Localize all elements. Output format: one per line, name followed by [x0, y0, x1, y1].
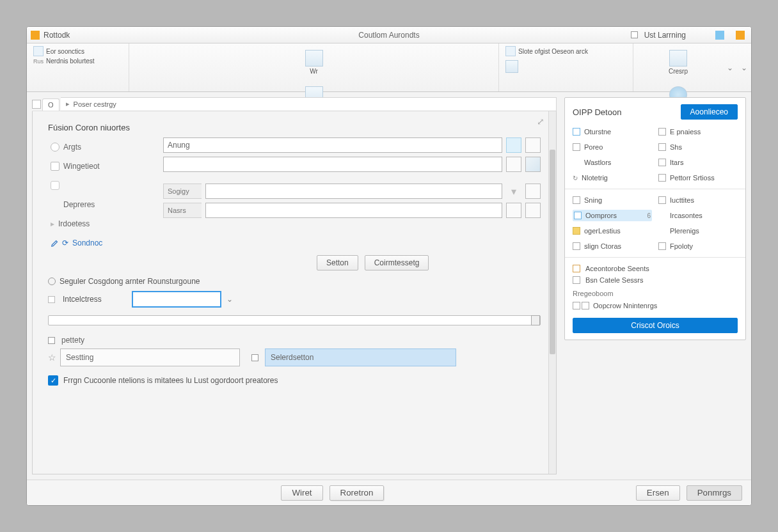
- panel-cta-button[interactable]: Criscot Oroics: [573, 318, 738, 333]
- square-icon: [658, 143, 666, 151]
- panel-item[interactable]: Oturstne: [573, 126, 652, 137]
- footer-button[interactable]: Ponmrgs: [687, 485, 742, 501]
- option-item[interactable]: Depreres: [48, 195, 163, 214]
- panel-item[interactable]: Ircasontes: [658, 210, 738, 221]
- ribbon: Eor soonctics RusNerdnis bolurtest Wr Fo…: [27, 43, 751, 92]
- pin-icon[interactable]: ⤢: [537, 116, 544, 127]
- footer-button[interactable]: Wiret: [281, 485, 322, 501]
- subsection-label: pettety: [48, 336, 541, 345]
- selected-field[interactable]: Selerdsetton: [265, 348, 456, 366]
- square-icon: [658, 159, 666, 166]
- panel-item[interactable]: Poreo: [573, 141, 652, 153]
- panel-item[interactable]: slign Ctoras: [573, 240, 652, 252]
- action-button[interactable]: Coirmtessetg: [365, 255, 429, 270]
- form-canvas: ⤢ Fúsion Coron niuortes Argts Wingetieot…: [32, 111, 557, 474]
- section-title: Fúsion Coron niuortes: [48, 123, 541, 132]
- square-icon: [51, 162, 60, 171]
- checkbox-checked-icon[interactable]: ✓: [48, 375, 58, 386]
- panel-item[interactable]: Wastlors: [573, 157, 652, 168]
- ribbon-button[interactable]: Wr: [136, 46, 492, 75]
- option-item[interactable]: Argts: [48, 137, 163, 157]
- square-icon: [658, 128, 666, 136]
- field-menu-icon[interactable]: [525, 137, 541, 153]
- field-icon[interactable]: [506, 157, 521, 172]
- panel-check-item[interactable]: Aceontorobe Seents: [573, 263, 738, 274]
- panel-item-selected[interactable]: Oomprors6: [573, 210, 652, 221]
- square-icon: [574, 212, 582, 219]
- window-control-icon[interactable]: [715, 31, 724, 40]
- name-input[interactable]: [163, 137, 502, 153]
- chevron-down-icon[interactable]: ⌄: [226, 295, 233, 304]
- panel-item[interactable]: Iucttites: [658, 194, 738, 206]
- square-icon: [658, 242, 666, 250]
- title-left: Rottodk: [44, 31, 70, 40]
- action-button[interactable]: Setton: [317, 255, 358, 270]
- progress-handle[interactable]: [531, 315, 540, 325]
- radio-icon: [48, 278, 56, 285]
- field-icon[interactable]: [525, 184, 541, 199]
- checkbox-label: Frrgn Cucoonle ntelions is mitatees lu L…: [63, 376, 278, 385]
- panel-item[interactable]: Fpoloty: [658, 240, 738, 252]
- panel-group-label: Rregeoboom: [573, 290, 738, 297]
- panel-item[interactable]: ↻Nlotetrig: [573, 172, 652, 184]
- app-icon: [31, 31, 40, 40]
- window-close-icon[interactable]: [736, 31, 745, 40]
- combo-input[interactable]: [132, 291, 221, 308]
- title-right: Ust Larrning: [644, 31, 686, 40]
- link[interactable]: ⟳ Sondnoc: [51, 239, 541, 247]
- panel-item[interactable]: Shs: [658, 141, 738, 153]
- ribbon-item[interactable]: Eor soonctics: [33, 46, 122, 56]
- field-icon[interactable]: [525, 203, 541, 218]
- square-icon: [48, 337, 55, 344]
- ribbon-button[interactable]: Cresrp: [640, 46, 717, 75]
- panel-item[interactable]: Itars: [658, 157, 738, 168]
- folder-icon: [573, 227, 580, 235]
- scrollbar-thumb[interactable]: [550, 150, 555, 354]
- check-icon: [573, 276, 580, 284]
- panel-check-item[interactable]: Bsn Catele Sessrs: [573, 274, 738, 286]
- option-item[interactable]: [48, 176, 163, 195]
- shape-icon: [51, 181, 60, 190]
- panel-item[interactable]: Oopcrow Nnintenrgs: [573, 300, 738, 311]
- edit-icon: [51, 239, 60, 247]
- panel-item[interactable]: Plerenigs: [658, 225, 738, 237]
- footer-button[interactable]: Ersen: [636, 485, 680, 501]
- field-icon[interactable]: [506, 203, 521, 218]
- panel-item[interactable]: ogerLestius: [573, 225, 652, 237]
- readonly-field[interactable]: Sestting: [60, 348, 240, 366]
- panel-item[interactable]: Sning: [573, 194, 652, 206]
- ribbon-collapse-icon[interactable]: ⌄: [723, 63, 737, 72]
- ribbon-more-icon[interactable]: ⌄: [737, 63, 751, 72]
- panel-item[interactable]: Pettorr Srtioss: [658, 172, 738, 184]
- panel-action-button[interactable]: Aoonlieceo: [681, 104, 738, 120]
- field-action-icon[interactable]: [506, 137, 521, 153]
- option-item[interactable]: Wingetieot: [48, 157, 163, 176]
- option-item[interactable]: ▸Irdoetess: [48, 214, 163, 233]
- panel-item[interactable]: E pnaiess: [658, 126, 738, 137]
- breadcrumb[interactable]: ▸Poser cestrgy: [61, 97, 557, 111]
- dropdown-icon[interactable]: ▾: [506, 184, 521, 199]
- radio-icon: [51, 143, 60, 152]
- square-icon: [658, 174, 666, 182]
- scrollbar[interactable]: [548, 111, 556, 474]
- ribbon-icon: [505, 60, 518, 73]
- group-input[interactable]: [205, 184, 502, 199]
- titlebar-check-icon: [631, 31, 638, 38]
- ribbon-item[interactable]: RusNerdnis bolurtest: [33, 58, 122, 65]
- field-icon[interactable]: [525, 157, 541, 172]
- field-label: Nasrs: [163, 203, 202, 218]
- footer-button[interactable]: Roretron: [329, 485, 385, 501]
- ribbon-small-label: Rus: [33, 58, 44, 65]
- count-badge: 6: [647, 212, 651, 219]
- app-window: Rottodk Coutlom Aurondts Ust Larrning Eo…: [26, 26, 752, 506]
- page-icon: [32, 100, 41, 109]
- group-input[interactable]: [205, 203, 502, 218]
- progress-bar[interactable]: [48, 315, 541, 325]
- star-icon: ☆: [48, 352, 56, 363]
- square-icon: [573, 196, 580, 204]
- square-icon: [658, 196, 666, 204]
- ribbon-item[interactable]: Slote ofgist Oeseon arck: [505, 46, 626, 56]
- tab[interactable]: O: [42, 98, 60, 111]
- secondary-input[interactable]: [163, 157, 502, 172]
- tab-strip: O ▸Poser cestrgy: [32, 97, 557, 111]
